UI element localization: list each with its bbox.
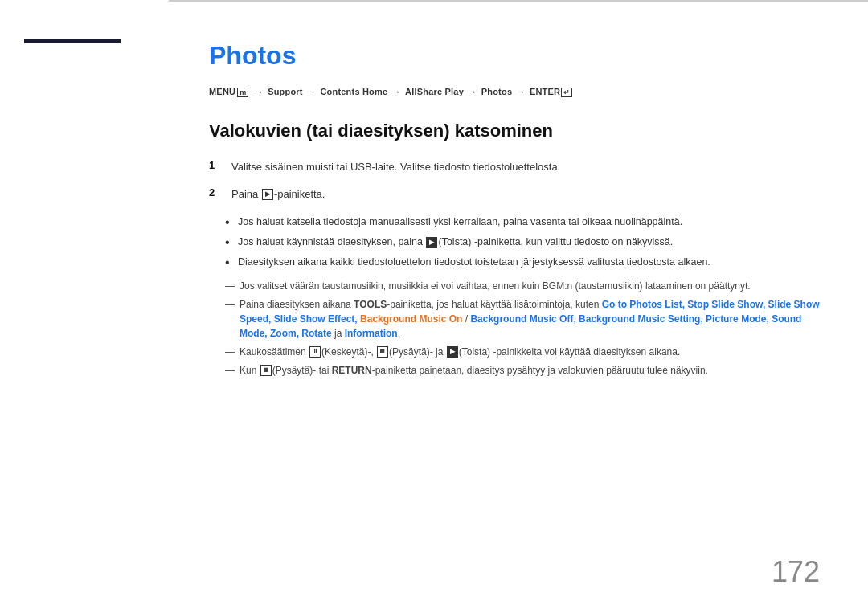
menu-arrow-1: → xyxy=(255,87,266,96)
step-2-text: Paina ▶-painiketta. xyxy=(231,186,325,202)
bullet-text-3: Diaesityksen aikana kaikki tiedostoluett… xyxy=(238,255,710,270)
menu-photos: Photos xyxy=(481,87,512,96)
menu-arrow-3: → xyxy=(392,87,403,96)
main-content: Photos MENUm → Support → Contents Home →… xyxy=(169,0,868,613)
section-title: Valokuvien (tai diaesityksen) katsominen xyxy=(209,121,820,141)
bullet-dot-3: • xyxy=(225,255,238,270)
bullet-item-2: • Jos haluat käynnistää diaesityksen, pa… xyxy=(225,235,820,250)
page-number: 172 xyxy=(772,555,820,589)
bullet-text-2: Jos haluat käynnistää diaesityksen, pain… xyxy=(238,235,673,250)
menu-arrow-2: → xyxy=(307,87,318,96)
menu-path: MENUm → Support → Contents Home → AllSha… xyxy=(209,87,820,96)
bullet-list: • Jos haluat katsella tiedostoja manuaal… xyxy=(225,215,820,271)
step-2-number: 2 xyxy=(209,186,231,198)
pause-icon: ⏸ xyxy=(309,346,321,358)
menu-support: Support xyxy=(268,87,303,96)
step-2: 2 Paina ▶-painiketta. xyxy=(209,186,820,202)
note-item-3: — Kaukosäätimen ⏸(Keskeytä)-, ⏹(Pysäytä)… xyxy=(225,345,820,359)
note-dash-4: — xyxy=(225,363,240,378)
menu-icon: m xyxy=(237,88,248,97)
return-keyword: RETURN xyxy=(332,365,372,376)
menu-allshare: AllShare Play xyxy=(405,87,464,96)
page-title: Photos xyxy=(209,41,820,71)
page-container: Photos MENUm → Support → Contents Home →… xyxy=(0,0,868,613)
link-bg-music-on: Background Music On xyxy=(360,313,462,325)
steps: 1 Valitse sisäinen muisti tai USB-laite.… xyxy=(209,159,820,202)
step-1-text: Valitse sisäinen muisti tai USB-laite. V… xyxy=(231,159,560,175)
step-1: 1 Valitse sisäinen muisti tai USB-laite.… xyxy=(209,159,820,175)
menu-enter: ENTER xyxy=(530,87,560,96)
note-item-2: — Paina diaesityksen aikana TOOLS-painik… xyxy=(225,297,820,341)
stop-icon-2: ⏹ xyxy=(260,365,272,376)
play-icon-2: ▶ xyxy=(447,346,458,358)
sidebar-bar xyxy=(24,39,121,43)
play-filled-icon: ▶ xyxy=(426,237,437,248)
note-dash-3: — xyxy=(225,345,240,359)
bullet-dot-1: • xyxy=(225,215,238,230)
menu-arrow-4: → xyxy=(468,87,479,96)
note-text-2: Paina diaesityksen aikana TOOLS-painiket… xyxy=(240,297,820,341)
link-information: Information xyxy=(345,328,398,339)
note-list: — Jos valitset väärän taustamusiikin, mu… xyxy=(225,279,820,378)
sidebar xyxy=(0,0,169,613)
bullet-text-1: Jos haluat katsella tiedostoja manuaalis… xyxy=(238,215,682,230)
step-1-number: 1 xyxy=(209,159,231,171)
bullet-dot-2: • xyxy=(225,235,238,250)
play-icon: ▶ xyxy=(262,189,273,200)
menu-contents-home: Contents Home xyxy=(320,87,387,96)
note-text-1: Jos valitset väärän taustamusiikin, musi… xyxy=(240,279,751,293)
note-item-4: — Kun ⏹(Pysäytä)- tai RETURN-painiketta … xyxy=(225,363,820,378)
note-text-4: Kun ⏹(Pysäytä)- tai RETURN-painiketta pa… xyxy=(240,363,708,378)
bullet-item-1: • Jos haluat katsella tiedostoja manuaal… xyxy=(225,215,820,230)
note-text-3: Kaukosäätimen ⏸(Keskeytä)-, ⏹(Pysäytä)- … xyxy=(240,345,680,359)
note-dash-1: — xyxy=(225,279,240,293)
tools-keyword: TOOLS xyxy=(354,299,387,310)
note-dash-2: — xyxy=(225,297,240,312)
menu-arrow-5: → xyxy=(516,87,527,96)
note-item-1: — Jos valitset väärän taustamusiikin, mu… xyxy=(225,279,820,293)
bullet-item-3: • Diaesityksen aikana kaikki tiedostolue… xyxy=(225,255,820,270)
menu-keyword: MENU xyxy=(209,87,235,96)
enter-icon: ↵ xyxy=(561,88,572,97)
stop-icon: ⏹ xyxy=(377,346,388,358)
